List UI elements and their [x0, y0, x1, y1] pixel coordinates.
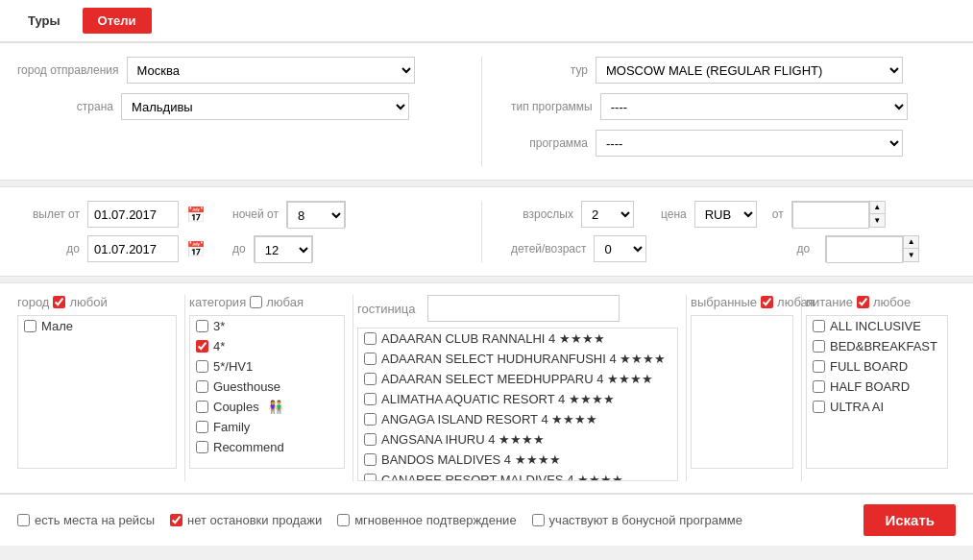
list-item[interactable]: ADAARAN CLUB RANNALHI 4 ★★★★ — [358, 329, 677, 349]
tour-select[interactable]: MOSCOW MALE (REGULAR FLIGHT) — [596, 57, 903, 84]
price-from-up[interactable]: ▲ — [869, 202, 885, 214]
program-label: программа — [511, 136, 588, 150]
hotel-8-label: CANAREE RESORT MALDIVES 4 ★★★★ — [381, 473, 623, 481]
hotel-search-input[interactable] — [427, 295, 620, 322]
price-from-input[interactable] — [792, 202, 869, 229]
cat-recommend-label: Recommend — [213, 440, 284, 454]
hotel-8-checkbox[interactable] — [364, 474, 377, 481]
check1-item[interactable]: есть места на рейсы — [17, 513, 155, 527]
selected-any-checkbox[interactable] — [761, 296, 773, 308]
check3-checkbox[interactable] — [337, 514, 350, 526]
hotel-1-checkbox[interactable] — [364, 332, 377, 345]
list-item[interactable]: ALL INCLUSIVE — [807, 316, 947, 336]
price-to-spinbox: ▲ ▼ — [825, 235, 919, 262]
hotel-7-checkbox[interactable] — [364, 453, 377, 466]
check4-item[interactable]: участвуют в бонусной программе — [532, 513, 742, 527]
hotel-5-checkbox[interactable] — [364, 413, 377, 426]
list-item[interactable]: BED&BREAKFAST — [807, 336, 947, 356]
search-button[interactable]: Искать — [864, 504, 956, 536]
hotel-6-checkbox[interactable] — [364, 433, 377, 446]
hotel-5-label: ANGAGA ISLAND RESORT 4 ★★★★ — [381, 412, 597, 426]
list-item[interactable]: BANDOS MALDIVES 4 ★★★★ — [358, 450, 677, 470]
check2-item[interactable]: нет остановки продажи — [170, 513, 322, 527]
list-item[interactable]: 3* — [190, 316, 344, 336]
cat-5star-checkbox[interactable] — [196, 360, 208, 373]
city-filter-col: город любой Мале — [17, 295, 185, 481]
list-item[interactable]: ULTRA AI — [807, 397, 947, 417]
list-item[interactable]: Мале — [18, 316, 176, 336]
meal-any-label: любое — [873, 295, 911, 309]
meal-bb-checkbox[interactable] — [813, 340, 825, 353]
list-item[interactable]: Guesthouse — [190, 377, 344, 397]
category-any-checkbox[interactable] — [250, 296, 262, 308]
tab-tours[interactable]: Туры — [12, 8, 77, 34]
bottom-checkboxes: есть места на рейсы нет остановки продаж… — [17, 513, 742, 527]
check2-checkbox[interactable] — [170, 514, 182, 526]
program-select[interactable]: ---- — [596, 130, 903, 157]
list-item[interactable]: 4* — [190, 336, 344, 356]
list-item[interactable]: Couples 👫 — [190, 397, 344, 417]
calendar-to-icon[interactable]: 📅 — [186, 240, 206, 258]
cat-4star-checkbox[interactable] — [196, 340, 208, 353]
price-to-down[interactable]: ▼ — [903, 249, 918, 261]
date-right-col: взрослых 2 цена RUB от ▲ ▼ дете — [482, 201, 956, 262]
list-item[interactable]: CANAREE RESORT MALDIVES 4 ★★★★ — [358, 470, 677, 481]
cat-couples-checkbox[interactable] — [196, 401, 208, 413]
departure-city-select[interactable]: Москва — [127, 57, 415, 84]
list-item[interactable]: HALF BOARD — [807, 377, 947, 397]
adults-select[interactable]: 2 — [581, 201, 634, 228]
price-label: цена — [661, 207, 687, 221]
list-item[interactable]: Family — [190, 417, 344, 437]
cat-3star-checkbox[interactable] — [196, 320, 208, 332]
nights-to-label: до — [232, 242, 246, 256]
meal-any-checkbox[interactable] — [857, 296, 869, 308]
nights-from-select[interactable]: 8 — [287, 202, 345, 229]
tab-hotels[interactable]: Отели — [83, 8, 152, 34]
price-to-up[interactable]: ▲ — [903, 236, 918, 249]
program-type-select[interactable]: ---- — [600, 93, 908, 120]
nights-from-label: ночей от — [232, 207, 279, 221]
meal-header-label: питание — [806, 295, 853, 309]
list-item[interactable]: ADAARAN SELECT MEEDHUPPARU 4 ★★★★ — [358, 369, 677, 389]
hotel-2-checkbox[interactable] — [364, 353, 377, 365]
depart-from-input[interactable] — [87, 201, 179, 228]
cat-3star-label: 3* — [213, 319, 225, 333]
currency-select[interactable]: RUB — [694, 201, 757, 228]
meal-fb-checkbox[interactable] — [813, 360, 825, 373]
meal-uai-checkbox[interactable] — [813, 401, 825, 413]
city-male-checkbox[interactable] — [24, 320, 36, 332]
selected-list — [691, 315, 793, 469]
city-header-label: город — [17, 295, 49, 309]
list-item[interactable]: Recommend — [190, 437, 344, 457]
category-any-label: любая — [266, 295, 304, 309]
check1-checkbox[interactable] — [17, 514, 30, 526]
meal-hb-checkbox[interactable] — [813, 380, 825, 393]
check3-item[interactable]: мгновенное подтверждение — [337, 513, 516, 527]
hotel-4-checkbox[interactable] — [364, 393, 377, 405]
cat-4star-label: 4* — [213, 339, 225, 353]
price-from-down[interactable]: ▼ — [869, 214, 885, 227]
hotel-3-checkbox[interactable] — [364, 373, 377, 385]
hotel-6-label: ANGSANA IHURU 4 ★★★★ — [381, 432, 545, 447]
list-item[interactable]: ALIMATHA AQUATIC RESORT 4 ★★★★ — [358, 389, 677, 409]
city-any-checkbox[interactable] — [53, 296, 65, 308]
calendar-from-icon[interactable]: 📅 — [186, 206, 206, 224]
cat-recommend-checkbox[interactable] — [196, 441, 208, 453]
list-item[interactable]: ADAARAN SELECT HUDHURANFUSHI 4 ★★★★ — [358, 349, 677, 369]
meal-ai-checkbox[interactable] — [813, 320, 825, 332]
nights-to-select[interactable]: 12 — [255, 236, 312, 263]
cat-family-checkbox[interactable] — [196, 421, 208, 433]
check3-label: мгновенное подтверждение — [354, 513, 516, 527]
check4-checkbox[interactable] — [532, 514, 545, 526]
list-item[interactable]: 5*/HV1 — [190, 356, 344, 377]
price-to-input[interactable] — [826, 236, 903, 263]
hotel-filter-col: гостиница ADAARAN CLUB RANNALHI 4 ★★★★ A… — [353, 295, 687, 481]
list-item[interactable]: ANGSANA IHURU 4 ★★★★ — [358, 429, 677, 450]
depart-to-input[interactable] — [87, 235, 179, 262]
children-select[interactable]: 0 — [594, 235, 646, 262]
country-select[interactable]: Мальдивы — [121, 93, 409, 120]
cat-guesthouse-checkbox[interactable] — [196, 380, 208, 393]
list-item[interactable]: FULL BOARD — [807, 356, 947, 377]
list-item[interactable]: ANGAGA ISLAND RESORT 4 ★★★★ — [358, 409, 677, 429]
cat-couples-label: Couples — [213, 400, 259, 414]
